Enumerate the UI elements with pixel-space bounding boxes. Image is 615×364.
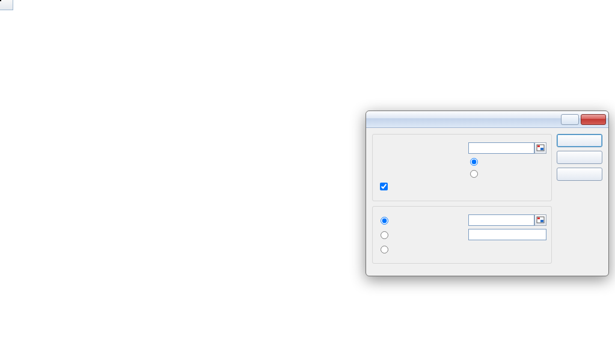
correlation-dialog	[366, 111, 609, 276]
new-workbook-radio[interactable]	[378, 244, 546, 253]
output-range-radio[interactable]	[378, 215, 468, 225]
new-worksheet-radio[interactable]	[378, 229, 468, 239]
input-range-field[interactable]	[468, 142, 534, 154]
output-range-field[interactable]	[468, 214, 534, 226]
new-worksheet-name-field[interactable]	[468, 229, 546, 240]
close-button[interactable]	[581, 114, 606, 125]
svg-rect-1	[537, 145, 540, 147]
input-data-group	[372, 134, 552, 201]
group-by-cols-radio[interactable]	[467, 156, 546, 166]
column-headers	[0, 0, 13, 10]
cancel-button[interactable]	[557, 151, 602, 164]
svg-rect-5	[540, 220, 543, 222]
help-button[interactable]	[561, 114, 579, 125]
output-params-group	[372, 206, 552, 264]
range-select-icon	[536, 144, 545, 151]
output-range-refselect-button[interactable]	[534, 214, 546, 226]
ok-button[interactable]	[557, 134, 602, 147]
select-all-corner[interactable]	[0, 0, 13, 10]
range-select-icon	[536, 216, 545, 223]
help-dialog-button[interactable]	[557, 168, 602, 181]
dialog-titlebar[interactable]	[366, 111, 608, 128]
group-by-rows-radio[interactable]	[467, 168, 546, 178]
svg-rect-4	[537, 217, 540, 219]
labels-first-row-checkbox[interactable]	[378, 181, 390, 192]
svg-rect-2	[540, 148, 543, 150]
input-range-refselect-button[interactable]	[534, 142, 546, 154]
